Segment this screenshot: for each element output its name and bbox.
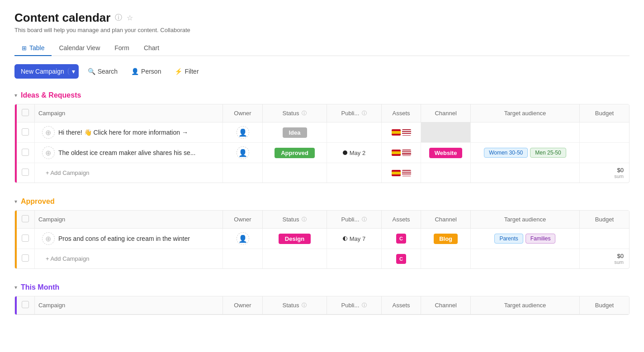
status-info-icon-a[interactable]: ⓘ <box>302 216 307 223</box>
row-checkbox[interactable] <box>22 128 29 136</box>
add-campaign-row: + Add Campaign <box>17 163 629 183</box>
filter-label: Filter <box>185 68 199 75</box>
th-publi-a: Publi... ⓘ <box>327 211 382 229</box>
filter-button[interactable]: ⚡ Filter <box>170 65 203 78</box>
section-ideas-bar <box>15 104 17 183</box>
campaign-name[interactable]: Hi there! 👋 Click here for more informat… <box>58 129 188 136</box>
owner-avatar-a[interactable]: 👤 <box>237 232 249 245</box>
page-subtitle: This board will help you manage and plan… <box>14 27 630 33</box>
budget-amount-1: $0 <box>583 167 624 174</box>
add-campaign-button[interactable]: + Add Campaign <box>42 169 89 176</box>
new-campaign-button[interactable]: New Campaign ▾ <box>14 64 79 79</box>
th-assets-a: Assets <box>381 211 421 229</box>
channel-cell-2[interactable]: Website <box>421 143 471 163</box>
header-checkbox-m[interactable] <box>22 301 29 308</box>
status-info-icon-1[interactable]: ⓘ <box>302 110 307 117</box>
section-thismonth-chevron[interactable]: ▾ <box>14 284 17 291</box>
new-campaign-main[interactable]: New Campaign <box>14 64 68 79</box>
add-campaign-button-a[interactable]: + Add Campaign <box>42 255 89 262</box>
th-owner-a: Owner <box>223 211 263 229</box>
table-row: ⊕ The oldest ice cream maker alive share… <box>17 143 629 163</box>
owner-cell-1: 👤 <box>223 122 263 143</box>
tab-table[interactable]: ⊞ Table <box>14 41 52 56</box>
assets-cell-2 <box>381 143 421 163</box>
tag-women[interactable]: Women 30-50 <box>484 148 528 158</box>
publi-info-icon-a[interactable]: ⓘ <box>362 216 367 223</box>
status-badge-idea[interactable]: Idea <box>283 127 307 138</box>
flag-us-1 <box>402 129 411 136</box>
tag-families[interactable]: Families <box>526 234 556 244</box>
add-campaign-cell-a[interactable]: + Add Campaign <box>34 249 223 269</box>
status-cell-a[interactable]: Design <box>262 229 327 249</box>
status-cell-1[interactable]: Idea <box>262 122 327 143</box>
asset-icon-footer-pink: C <box>396 254 406 264</box>
channel-cell-1 <box>421 122 471 143</box>
add-empty-4 <box>421 163 471 183</box>
person-icon: 👤 <box>131 68 139 75</box>
add-row-checkbox[interactable] <box>22 169 29 176</box>
add-owner-icon[interactable]: ⊕ <box>42 146 55 159</box>
row-check <box>17 122 34 143</box>
add-empty-a5 <box>470 249 579 269</box>
add-owner-icon[interactable]: ⊕ <box>42 126 55 139</box>
add-campaign-cell[interactable]: + Add Campaign <box>34 163 223 183</box>
toolbar: New Campaign ▾ 🔍 Search 👤 Person ⚡ Filte… <box>14 64 630 79</box>
add-empty-1 <box>223 163 263 183</box>
new-campaign-dropdown[interactable]: ▾ <box>68 68 79 75</box>
tag-men[interactable]: Men 25-50 <box>530 148 566 158</box>
section-approved: ▾ Approved Campaign Owner Status ⓘ Publi… <box>14 197 630 269</box>
status-badge-design[interactable]: Design <box>279 234 311 244</box>
pub-date-text-a: May 7 <box>350 235 365 242</box>
campaign-cell-a: ⊕ Pros and cons of eating ice cream in t… <box>34 229 223 249</box>
search-button[interactable]: 🔍 Search <box>83 65 122 78</box>
add-owner-icon-a[interactable]: ⊕ <box>42 232 55 245</box>
tab-calendar[interactable]: Calendar View <box>52 41 107 56</box>
campaign-name-a[interactable]: Pros and cons of eating ice cream in the… <box>58 235 190 242</box>
search-icon: 🔍 <box>88 68 95 75</box>
pub-date-text: May 2 <box>350 150 365 156</box>
status-badge-approved[interactable]: Approved <box>275 148 315 158</box>
section-approved-chevron[interactable]: ▾ <box>14 198 17 205</box>
table-row: ⊕ Pros and cons of eating ice cream in t… <box>17 229 629 249</box>
person-label: Person <box>141 68 161 75</box>
budget-footer-a: $0 sum <box>579 249 629 269</box>
tab-chart-label: Chart <box>144 44 159 52</box>
th-target-1: Target audience <box>470 104 579 122</box>
table-icon: ⊞ <box>22 45 27 52</box>
tag-parents[interactable]: Parents <box>494 234 523 244</box>
section-ideas-chevron[interactable]: ▾ <box>14 92 17 99</box>
person-button[interactable]: 👤 Person <box>127 65 166 78</box>
owner-cell-2: 👤 <box>223 143 263 163</box>
channel-cell-a[interactable]: Blog <box>421 229 471 249</box>
row-checkbox[interactable] <box>22 149 29 156</box>
owner-avatar[interactable]: 👤 <box>237 126 249 139</box>
header-checkbox-a[interactable] <box>22 215 29 222</box>
channel-badge-website[interactable]: Website <box>429 148 463 158</box>
pub-dot-a <box>343 236 347 241</box>
publi-cell-a: May 7 <box>327 229 382 249</box>
campaign-name[interactable]: The oldest ice cream maker alive shares … <box>58 149 195 156</box>
add-campaign-row-a: + Add Campaign C <box>17 249 629 269</box>
add-row-checkbox-a[interactable] <box>22 254 29 262</box>
budget-sum-a: sum <box>583 259 624 265</box>
campaign-cell: ⊕ The oldest ice cream maker alive share… <box>34 143 223 163</box>
th-channel-1: Channel <box>421 104 471 122</box>
th-check-a <box>17 211 34 229</box>
info-icon[interactable]: ⓘ <box>115 13 122 23</box>
th-status-1: Status ⓘ <box>262 104 327 122</box>
flag-spain-2 <box>392 150 401 156</box>
publi-info-icon-m[interactable]: ⓘ <box>362 302 367 309</box>
owner-avatar[interactable]: 👤 <box>237 146 249 159</box>
publi-info-icon-1[interactable]: ⓘ <box>362 110 367 117</box>
status-info-icon-m[interactable]: ⓘ <box>302 302 307 309</box>
star-icon[interactable]: ☆ <box>127 14 133 22</box>
tab-form[interactable]: Form <box>107 41 137 56</box>
budget-amount-a: $0 <box>583 253 624 259</box>
header-checkbox[interactable] <box>22 109 29 116</box>
tab-table-label: Table <box>29 44 44 52</box>
row-checkbox-a[interactable] <box>22 235 29 242</box>
tab-chart[interactable]: Chart <box>137 41 166 56</box>
channel-badge-blog[interactable]: Blog <box>434 234 458 244</box>
add-empty-a3 <box>327 249 382 269</box>
status-cell-2[interactable]: Approved <box>262 143 327 163</box>
